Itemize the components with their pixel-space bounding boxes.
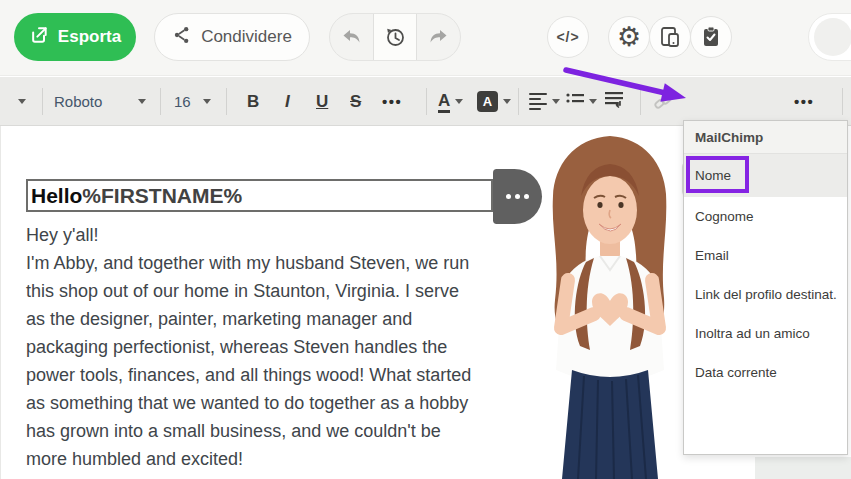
export-button[interactable]: Esporta [14,13,136,61]
font-size-dropdown[interactable]: 16 [174,77,191,126]
heading-text: Hello [31,184,82,207]
share-icon [172,25,192,49]
font-size-value: 16 [174,93,191,110]
redo-button[interactable] [417,14,460,60]
align-left-icon [529,93,547,110]
checklist-button[interactable] [690,16,732,58]
source-code-button[interactable]: </> [547,16,589,58]
font-family-value: Roboto [54,93,102,110]
export-icon [29,25,49,49]
page-background-patch [755,457,851,479]
divider [226,88,227,115]
dropdown-item-inoltra[interactable]: Inoltra ad un amico [684,314,847,353]
alignment-dropdown[interactable] [529,77,560,126]
divider [42,88,43,115]
history-button-group [329,13,461,61]
toolbar-overflow-button[interactable]: ••• [794,77,814,126]
top-toolbar: Esporta Condividere [0,0,851,76]
merge-tag-dropdown-menu: MailChimp Nome Cognome Email Link del pr… [683,120,848,455]
settings-button[interactable]: ⚙ [608,16,650,58]
divider [160,88,161,115]
export-label: Esporta [58,27,121,47]
bold-button[interactable]: B [247,77,259,126]
divider [640,88,641,115]
font-family-dropdown[interactable]: Roboto [54,77,102,126]
code-icon: </> [556,29,579,45]
body-line: as something that we wanted to do togeth… [26,389,471,417]
body-line: as the designer, painter, marketing mana… [26,305,471,333]
divider [518,88,519,115]
list-dropdown[interactable] [566,77,597,126]
font-family-caret[interactable] [138,77,146,126]
text-color-icon: A [438,91,450,113]
undo-icon [340,25,364,49]
highlight-color-button[interactable]: A [477,77,511,126]
bullet-list-icon [566,92,584,112]
line-spacing-icon [604,91,624,113]
email-body-paragraph[interactable]: Hey y'all! I'm Abby, and together with m… [26,221,471,473]
share-label: Condividere [201,27,292,47]
redo-icon [426,25,450,49]
body-line: I'm Abby, and together with my husband S… [26,249,471,277]
body-line: packaging perfectionist, whereas Steven … [26,333,471,361]
link-button[interactable] [652,77,674,126]
heading-merge-tag: %FIRSTNAME% [82,184,242,207]
email-editor-window: Esporta Condividere [0,0,851,479]
dropdown-group-header: MailChimp [684,121,847,154]
italic-button[interactable]: I [285,77,290,126]
ellipsis-icon [506,194,511,199]
dropdown-item-link-profilo[interactable]: Link del profilo destinat. [684,275,847,314]
devices-icon [658,25,682,49]
view-toggle[interactable] [808,13,851,61]
formatting-toolbar: Roboto 16 B I U S ••• A A [0,77,851,126]
divider [426,88,427,115]
share-button[interactable]: Condividere [154,13,310,61]
clipboard-check-icon [699,25,723,49]
device-preview-button[interactable] [649,16,691,58]
divider [842,88,843,115]
dropdown-item-data-corrente[interactable]: Data corrente [684,353,847,392]
history-clock-icon [383,25,407,49]
history-button[interactable] [373,14,416,60]
line-spacing-button[interactable] [604,77,624,126]
gear-icon: ⚙ [617,24,641,51]
body-line: more humbled and excited! [26,445,471,473]
email-heading-block[interactable]: Hello%FIRSTNAME% [26,179,493,212]
dropdown-item-cognome[interactable]: Cognome [684,197,847,236]
body-line: this shop out of our home in Staunton, V… [26,277,471,305]
body-line: Hey y'all! [26,221,471,249]
dropdown-item-nome[interactable]: Nome [684,154,847,197]
undo-button[interactable] [330,14,373,60]
body-line: power tools, finances, and all things wo… [26,361,471,389]
underline-button[interactable]: U [316,77,328,126]
woman-heart-hands-photo [524,130,692,479]
font-size-caret[interactable] [203,77,211,126]
highlight-color-icon: A [477,91,498,112]
paragraph-style-dropdown[interactable] [18,77,26,126]
text-color-button[interactable]: A [438,77,463,126]
body-line: has grown into a small business, and we … [26,417,471,445]
dropdown-item-email[interactable]: Email [684,236,847,275]
toggle-knob [814,18,851,56]
link-icon [652,91,674,113]
more-text-styles-button[interactable]: ••• [382,77,402,126]
strikethrough-button[interactable]: S [350,77,361,126]
